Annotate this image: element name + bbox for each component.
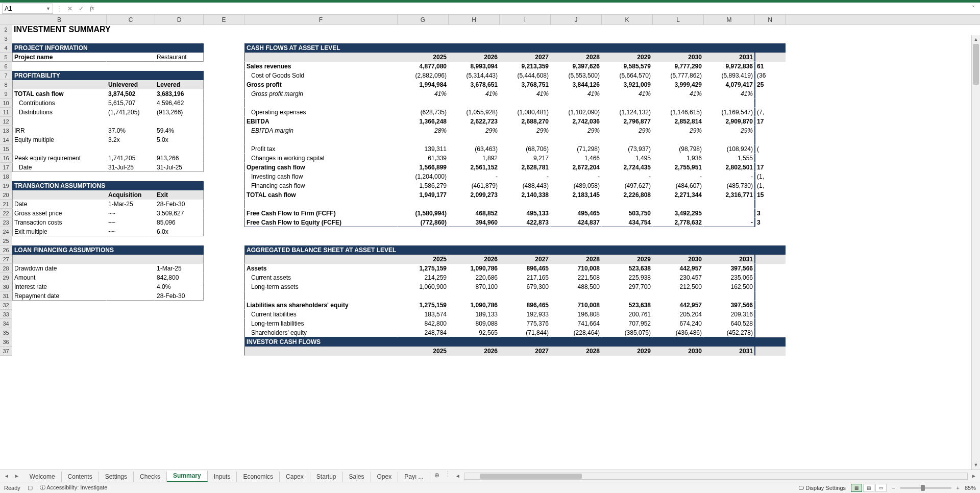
cell[interactable] (204, 245, 244, 255)
cell[interactable] (107, 264, 155, 273)
row-header[interactable]: 33 (0, 310, 12, 319)
cell[interactable] (398, 25, 449, 34)
column-header[interactable]: B (12, 15, 107, 24)
row-header[interactable]: 31 (0, 291, 12, 301)
formula-input[interactable] (99, 4, 967, 14)
cell[interactable] (204, 144, 244, 154)
cell[interactable] (204, 328, 244, 337)
cell[interactable] (204, 172, 244, 181)
cell[interactable] (12, 347, 204, 356)
cell[interactable] (204, 135, 244, 144)
row-header[interactable]: 20 (0, 190, 12, 200)
cell[interactable] (204, 181, 244, 190)
column-header[interactable]: M (704, 15, 755, 24)
row-header[interactable]: 25 (0, 236, 12, 245)
cell[interactable] (107, 273, 155, 282)
cell[interactable] (551, 34, 602, 43)
cell[interactable] (107, 282, 155, 291)
row-header[interactable]: 26 (0, 245, 12, 255)
cell[interactable] (204, 71, 244, 80)
cell[interactable] (12, 255, 204, 264)
row-header[interactable]: 12 (0, 117, 12, 126)
cell[interactable] (500, 25, 551, 34)
zoom-out-icon[interactable]: − (892, 485, 895, 491)
cell[interactable] (653, 34, 704, 43)
row-header[interactable]: 32 (0, 301, 12, 310)
row-header[interactable]: 2 (0, 25, 12, 34)
cell[interactable] (12, 80, 107, 89)
cell[interactable] (12, 34, 204, 43)
accept-icon[interactable]: ✓ (77, 5, 86, 12)
cell[interactable] (204, 80, 244, 89)
row-header[interactable]: 6 (0, 62, 12, 71)
cell[interactable] (755, 347, 786, 356)
cell[interactable] (204, 43, 244, 53)
cell[interactable] (107, 53, 155, 62)
row-header[interactable]: 35 (0, 328, 12, 337)
cell[interactable] (500, 34, 551, 43)
column-header[interactable]: E (204, 15, 244, 24)
cell[interactable] (12, 337, 204, 347)
cell[interactable] (12, 190, 107, 200)
cell[interactable] (244, 236, 786, 245)
cell[interactable] (12, 62, 204, 71)
cell[interactable] (204, 337, 244, 347)
cell[interactable] (204, 53, 244, 62)
cell[interactable] (204, 190, 244, 200)
cell[interactable] (244, 227, 755, 236)
cell[interactable] (704, 34, 755, 43)
cell[interactable] (204, 98, 244, 108)
cell[interactable] (204, 264, 244, 273)
cell[interactable] (244, 255, 398, 264)
cell[interactable] (244, 53, 398, 62)
column-header[interactable]: F (244, 15, 398, 24)
cell[interactable] (204, 218, 244, 227)
accessibility-status[interactable]: ⓘ Accessibility: Investigate (40, 484, 108, 491)
view-page-layout-icon[interactable]: ▤ (863, 484, 874, 492)
cell[interactable] (204, 301, 244, 310)
column-header[interactable]: G (398, 15, 449, 24)
expand-formula-icon[interactable]: ˅ (969, 5, 978, 12)
column-header[interactable]: K (602, 15, 653, 24)
column-header[interactable]: J (551, 15, 602, 24)
column-header[interactable]: H (449, 15, 500, 24)
cell[interactable] (755, 34, 786, 43)
row-header[interactable]: 5 (0, 53, 12, 62)
cell[interactable] (107, 291, 155, 301)
cell[interactable] (204, 34, 244, 43)
cell[interactable] (204, 255, 244, 264)
column-header[interactable]: D (155, 15, 204, 24)
row-header[interactable]: 16 (0, 154, 12, 163)
row-header[interactable]: 22 (0, 209, 12, 218)
row-header[interactable]: 29 (0, 273, 12, 282)
cell[interactable] (204, 154, 244, 163)
cell[interactable] (755, 53, 786, 62)
cell[interactable] (12, 172, 204, 181)
sheet-tab[interactable]: Economics (237, 472, 280, 482)
cancel-icon[interactable]: ✕ (65, 5, 75, 12)
cell[interactable] (204, 163, 244, 172)
row-header[interactable]: 23 (0, 218, 12, 227)
hscroll-right-icon[interactable]: ► (970, 473, 978, 479)
column-header[interactable]: C (107, 15, 155, 24)
cell[interactable] (12, 310, 204, 319)
view-page-break-icon[interactable]: ▭ (875, 484, 887, 492)
cell[interactable] (704, 25, 755, 34)
cell[interactable] (12, 319, 204, 328)
cell[interactable] (204, 310, 244, 319)
select-all-corner[interactable] (0, 15, 12, 24)
row-header[interactable]: 3 (0, 34, 12, 43)
row-header[interactable]: 21 (0, 200, 12, 209)
hscroll-left-icon[interactable]: ◄ (454, 473, 462, 479)
column-header[interactable]: I (500, 15, 551, 24)
row-header[interactable]: 10 (0, 98, 12, 108)
horizontal-scrollbar[interactable] (464, 473, 968, 480)
sheet-tab[interactable]: Checks (134, 472, 167, 482)
zoom-in-icon[interactable]: + (957, 485, 960, 491)
scroll-up-icon[interactable]: ▲ (972, 35, 980, 44)
sheet-tab[interactable]: Settings (99, 472, 134, 482)
display-settings-button[interactable]: 🖵 Display Settings (798, 485, 846, 491)
cell[interactable] (602, 25, 653, 34)
row-header[interactable]: 11 (0, 108, 12, 117)
row-header[interactable]: 30 (0, 282, 12, 291)
